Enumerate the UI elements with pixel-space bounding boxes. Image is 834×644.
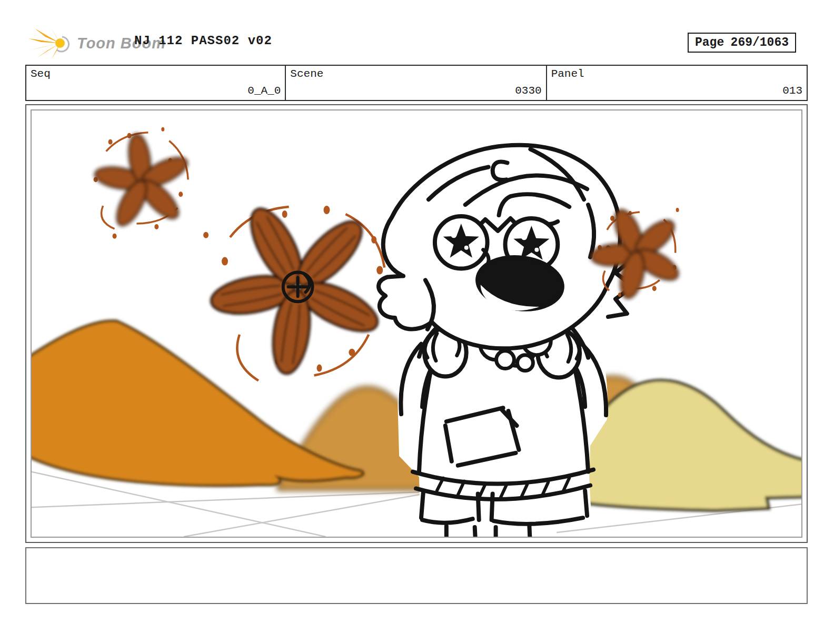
- info-row: Seq 0_A_0 Scene 0330 Panel 013: [25, 65, 808, 101]
- flower-small-left: [94, 127, 191, 239]
- storyboard-panel-drawing-area: [31, 109, 802, 538]
- storyboard-drawing: [32, 110, 801, 537]
- storyboard-panel-frame: [25, 104, 808, 543]
- document-title: NJ 112 PASS02 v02: [134, 34, 272, 48]
- flower-center-scribble: [283, 272, 313, 301]
- panel-value: 013: [782, 85, 802, 97]
- seq-cell: Seq 0_A_0: [25, 65, 286, 101]
- seq-value: 0_A_0: [247, 85, 281, 97]
- panel-label: Panel: [551, 68, 802, 80]
- toonboom-burst-icon: [27, 26, 76, 60]
- page-label: Page: [695, 36, 724, 49]
- scene-value: 0330: [515, 85, 541, 97]
- scene-cell: Scene 0330: [286, 65, 547, 101]
- caption-box: [25, 547, 808, 604]
- storyboard-export-page: Toon Boom NJ 112 PASS02 v02 Page 269/106…: [0, 0, 834, 644]
- page-value: 269/1063: [731, 36, 789, 49]
- hill-left: [32, 321, 363, 486]
- panel-cell: Panel 013: [547, 65, 808, 101]
- page-counter: Page 269/1063: [688, 33, 796, 53]
- flower-large: [203, 202, 384, 380]
- seq-label: Seq: [31, 68, 281, 80]
- scene-label: Scene: [290, 68, 541, 80]
- head-outline: [379, 145, 620, 349]
